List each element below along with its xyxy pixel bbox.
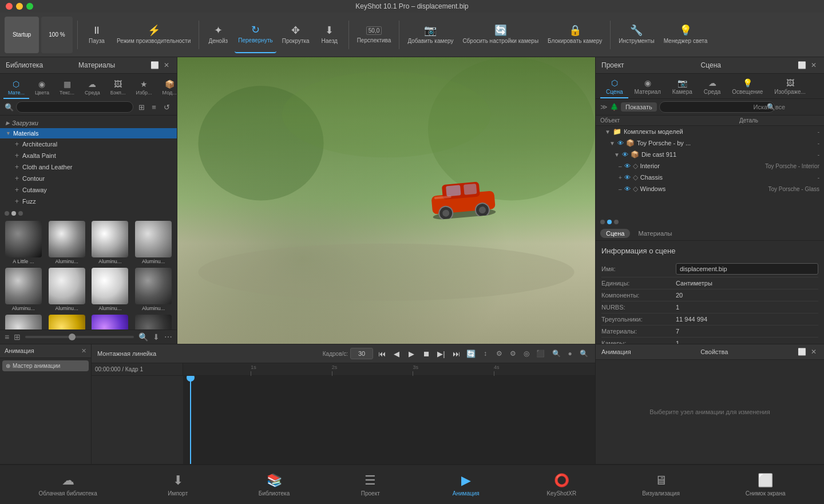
tree-item-materials[interactable]: ▼ Materials [0,128,177,138]
anim-props-expand[interactable]: ⬜ [798,347,807,356]
visibility-eye-4[interactable]: 👁 [624,174,631,181]
scene-tab-material[interactable]: ◉ Материал [628,76,666,98]
timeline-zoom[interactable]: 🔍 [578,348,589,359]
dot-2[interactable] [11,211,16,216]
tree-item-axalta[interactable]: + Axalta Paint [0,150,177,161]
scene-tree-interior[interactable]: – 👁 ◇ Interior Toy Porsche - Interior [596,160,824,172]
visibility-eye-5[interactable]: 👁 [624,185,631,192]
tree-item-cloth[interactable]: + Cloth and Leather [0,161,177,173]
material-item-10[interactable]: Aluminu... [89,313,132,330]
tab-backplates[interactable]: 🖼 Бэкп... [106,77,130,99]
download-btn[interactable]: ⬇ [153,332,160,342]
more-btn[interactable]: ⋯ [164,332,172,342]
material-item-3[interactable]: Aluminu... [132,220,175,265]
panel-close-button[interactable]: ✕ [162,61,171,70]
material-item-0[interactable]: A Little ... [2,220,45,265]
tree-item-contour[interactable]: + Contour [0,173,177,184]
scene-tab-scene[interactable]: ⬡ Сцена [600,76,628,98]
goto-end-button[interactable]: ⏭ [450,347,462,360]
anim-options-button[interactable]: ⚙ [507,348,518,359]
show-button[interactable]: Показать [621,102,657,112]
scene-dot-1[interactable] [600,220,605,224]
material-item-11[interactable]: Aluminu... [132,313,175,330]
light-manager-button[interactable]: 💡 Менеджер света [660,17,711,53]
tab-environments[interactable]: ☁ Среда [80,77,105,99]
scene-dot-2[interactable] [607,220,612,224]
material-item-1[interactable]: Aluminu... [46,220,88,265]
search-input[interactable] [16,101,133,113]
dot-1[interactable] [5,211,9,216]
anim-settings-button[interactable]: ⚙ [493,348,505,359]
scene-nav-icon[interactable]: ≫ [600,103,608,111]
right-panel-expand[interactable]: ⬜ [798,61,807,70]
tree-item-downloads[interactable]: ▶ Загрузки [0,118,177,128]
zoom-in-button[interactable]: ⬇ Наезд [315,17,344,53]
tree-item-fuzz[interactable]: + Fuzz [0,196,177,207]
fov-button[interactable]: 50,0 Перспектива [354,17,395,53]
minimize-button[interactable] [16,3,23,10]
refresh-button[interactable]: ↺ [161,101,172,113]
startup-button[interactable]: Startup [5,17,39,53]
scene-tab-environment[interactable]: ☁ Среда [698,76,727,98]
scene-tree-toy-porsche[interactable]: ▼ 👁 📦 Toy Porsche - by ... - [596,137,824,149]
goto-start-button[interactable]: ⏮ [375,347,388,360]
scene-tree-die-cast[interactable]: ▼ 👁 📦 Die cast 911 - [596,149,824,160]
visibility-eye-3[interactable]: 👁 [624,162,631,169]
tab-favorites[interactable]: ★ Избр... [131,77,156,99]
maximize-button[interactable] [26,3,33,10]
tab-materials[interactable]: ⬡ Мате... [3,77,29,99]
material-item-4[interactable]: Aluminu... [2,267,45,312]
dock-cloud[interactable]: ☁ Облачная библиотека [31,470,105,500]
grid-view-button[interactable]: ⊞ [136,101,147,113]
dock-library[interactable]: 📚 Библиотека [251,470,298,500]
list-view-button[interactable]: ≡ [148,101,160,113]
timeline-search[interactable]: 🔍 [550,348,562,359]
scroll-button[interactable]: ✥ Прокрутка [279,17,313,53]
close-button[interactable] [6,3,13,10]
viewport[interactable] [177,57,595,344]
add-camera-button[interactable]: 📷 Добавить камеру [404,17,457,53]
tab-colors[interactable]: ◉ Цвета [30,77,54,99]
anim-props-close[interactable]: ✕ [809,347,818,356]
denoise-button[interactable]: ✦ Денойз [204,17,232,53]
visibility-eye-2[interactable]: 👁 [622,151,628,158]
tree-item-architectural[interactable]: + Architectural [0,138,177,150]
loop-button[interactable]: 🔄 [465,347,477,360]
dock-screenshot[interactable]: ⬜ Снимок экрана [738,470,794,500]
dock-keyshotxr[interactable]: ⭕ KeyShotXR [538,470,584,500]
scene-name-input[interactable] [676,263,818,275]
scene-tree-windows[interactable]: – 👁 ◇ Windows Toy Porsche - Glass [596,183,824,195]
tab-textures[interactable]: ▦ Текс... [55,77,79,99]
scene-tab-camera[interactable]: 📷 Камера [667,76,698,98]
material-item-8[interactable]: Aluminu... [2,313,45,330]
next-frame-button[interactable]: ▶| [435,347,447,360]
master-animation-button[interactable]: ⊛ Мастер анимации [2,360,89,371]
tree-item-cutaway[interactable]: + Cutaway [0,184,177,196]
scene-tab-lighting[interactable]: 💡 Освещение [726,76,768,98]
visibility-eye-1[interactable]: 👁 [617,140,624,146]
search-btn-footer[interactable]: 🔍 [138,332,148,342]
dot-3[interactable] [18,211,23,216]
size-slider[interactable] [25,336,134,338]
play-button[interactable]: ▶ [405,347,418,360]
timeline-record-dot[interactable]: ● [564,348,576,359]
anim-panel-close[interactable]: ✕ [81,347,86,355]
material-item-5[interactable]: Aluminu... [46,267,88,312]
scene-dot-3[interactable] [614,220,619,224]
prev-frame-button[interactable]: ◀ [390,347,403,360]
dock-project[interactable]: ☰ Проект [347,470,393,500]
dock-visualization[interactable]: 🖥 Визуализация [634,470,687,500]
material-item-6[interactable]: Aluminu... [89,267,132,312]
grid-grid-toggle[interactable]: ⊞ [14,332,21,342]
material-item-9[interactable]: Aluminu... [46,313,88,330]
fps-input[interactable] [350,348,373,359]
stop-button[interactable]: ⏹ [420,347,433,360]
pause-button[interactable]: ⏸ Пауза [82,17,111,53]
revolve-button[interactable]: ↻ Перевернуть [235,17,276,53]
performance-mode-button[interactable]: ⚡ Режим производительности [113,17,194,53]
reset-camera-button[interactable]: 🔄 Сбросить настройки камеры [459,17,542,53]
material-item-2[interactable]: Aluminu... [89,220,132,265]
grid-list-toggle[interactable]: ≡ [5,332,9,342]
panel-expand-button[interactable]: ⬜ [150,61,160,70]
sub-tab-scene[interactable]: Сцена [600,229,630,238]
